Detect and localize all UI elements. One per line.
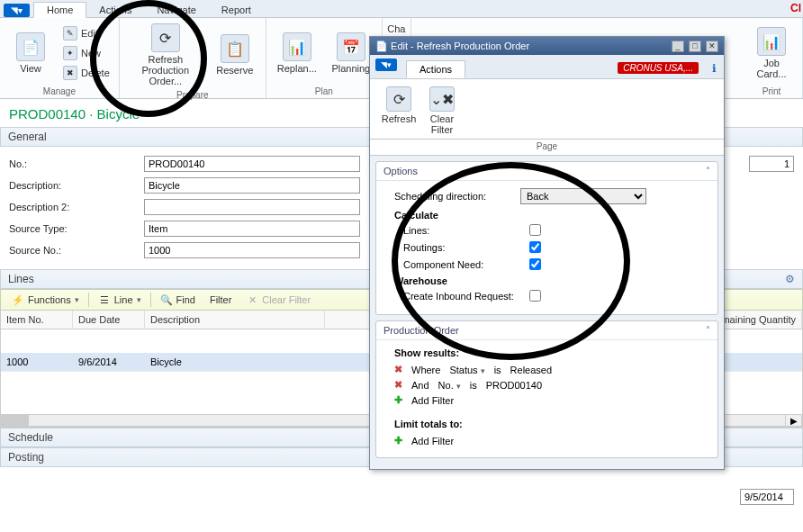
stype-label: Source Type: <box>9 223 144 234</box>
edit-icon: ✎ <box>63 26 77 41</box>
refresh-icon: ⟳ <box>151 23 180 52</box>
filter-value-released[interactable]: Released <box>510 365 552 375</box>
functions-menu[interactable]: ⚡Functions ▾ <box>6 292 85 308</box>
right-qty-field[interactable] <box>749 156 794 172</box>
options-header[interactable]: Options˄ <box>376 162 717 181</box>
close-icon[interactable]: Cl <box>790 2 801 14</box>
group-print-label: Print <box>746 85 797 96</box>
filter-field-no[interactable]: No. ▾ <box>438 380 461 391</box>
dialog-page-group-label: Page <box>370 140 724 156</box>
filter-row-and: ✖ And No. ▾ is PROD00140 <box>394 379 699 391</box>
line-icon: ☰ <box>98 293 111 306</box>
scroll-thumb[interactable] <box>2 415 29 426</box>
no-label: No.: <box>9 158 144 169</box>
close-button[interactable]: ✕ <box>706 41 718 52</box>
tab-navigate[interactable]: Navigate <box>144 3 208 17</box>
prod-order-header[interactable]: Production Order˄ <box>376 321 717 340</box>
add-filter-limit-row[interactable]: ✚ Add Filter <box>394 435 699 446</box>
line-menu[interactable]: ☰Line ▾ <box>93 292 147 308</box>
source-no-field[interactable] <box>144 242 360 258</box>
group-print: 📊Job Card... Print <box>741 18 803 98</box>
limit-totals-label: Limit totals to: <box>394 419 699 429</box>
refresh-prod-order-dialog: 📄 Edit - Refresh Production Order _ □ ✕ … <box>369 36 725 470</box>
filter-field-status[interactable]: Status ▾ <box>449 365 484 375</box>
plus-icon: ✚ <box>394 435 402 446</box>
filter-value-prod[interactable]: PROD00140 <box>486 380 542 391</box>
ribbon-tabs: ◥▾ Home Actions Navigate Report <box>0 0 803 18</box>
schedule-date-field[interactable] <box>740 489 794 505</box>
clear-filter-button[interactable]: ✕Clear Filter <box>240 292 316 308</box>
filter-row-where: ✖ Where Status ▾ is Released <box>394 364 699 375</box>
col-description[interactable]: Description <box>145 311 325 329</box>
new-button[interactable]: ✦New <box>59 44 113 62</box>
refresh-prod-order-button[interactable]: ⟳Refresh Production Order... <box>125 22 206 88</box>
funnel-x-icon: ⌄✖ <box>429 86 455 112</box>
warehouse-subhead: Warehouse <box>394 275 699 286</box>
dialog-tab-actions[interactable]: Actions <box>406 60 465 78</box>
replan-icon: 📊 <box>283 32 311 61</box>
maximize-button[interactable]: □ <box>689 41 701 52</box>
minimize-button[interactable]: _ <box>672 41 684 52</box>
dialog-titlebar[interactable]: 📄 Edit - Refresh Production Order _ □ ✕ <box>370 37 724 55</box>
dialog-clearfilter-button[interactable]: ⌄✖Clear Filter <box>420 85 464 137</box>
job-card-button[interactable]: 📊Job Card... <box>746 25 797 81</box>
desc-label: Description: <box>9 180 144 191</box>
dialog-app-icon[interactable]: ◥▾ <box>375 59 397 71</box>
scheddir-label: Scheduling direction: <box>394 191 520 202</box>
show-results-label: Show results: <box>394 347 699 358</box>
desc-field[interactable] <box>144 177 360 194</box>
refresh-icon: ⟳ <box>386 86 411 112</box>
inbound-label: Create Inbound Request: <box>403 291 529 302</box>
group-plan-label: Plan <box>272 85 376 96</box>
remove-filter-icon[interactable]: ✖ <box>394 364 402 375</box>
view-icon: 📄 <box>16 32 45 61</box>
bolt-icon: ⚡ <box>12 293 24 306</box>
dialog-refresh-button[interactable]: ⟳Refresh <box>377 85 420 137</box>
lines-label: Lines: <box>403 225 529 236</box>
source-type-field[interactable] <box>144 221 360 237</box>
tab-actions[interactable]: Actions <box>86 3 144 17</box>
remove-filter-icon[interactable]: ✖ <box>394 379 402 391</box>
tab-report[interactable]: Report <box>209 3 264 17</box>
calculate-subhead: Calculate <box>394 210 699 221</box>
group-prepare: ⟳Refresh Production Order... 📋Reserve Pr… <box>120 18 266 98</box>
reserve-icon: 📋 <box>221 34 249 63</box>
add-filter-row[interactable]: ✚ Add Filter <box>394 394 699 406</box>
desc2-field[interactable] <box>144 199 360 215</box>
replan-button[interactable]: 📊Replan... <box>272 31 322 76</box>
compneed-label: Component Need: <box>403 259 529 270</box>
routings-checkbox[interactable] <box>529 241 541 253</box>
col-due-date[interactable]: Due Date <box>73 311 145 329</box>
no-field[interactable] <box>144 156 360 172</box>
find-button[interactable]: 🔍Find <box>155 292 201 308</box>
jobcard-icon: 📊 <box>757 27 786 56</box>
routings-label: Routings: <box>403 242 529 253</box>
filter-button[interactable]: Filter <box>204 293 237 307</box>
help-icon[interactable]: ℹ <box>712 62 717 75</box>
compneed-checkbox[interactable] <box>529 258 541 270</box>
sno-label: Source No.: <box>9 245 144 256</box>
company-badge: CRONUS USA,... <box>618 62 699 74</box>
plus-icon: ✚ <box>394 394 402 406</box>
inbound-checkbox[interactable] <box>529 290 541 302</box>
prod-order-section: Production Order˄ Show results: ✖ Where … <box>375 320 718 458</box>
view-button[interactable]: 📄View <box>5 31 56 76</box>
chevron-up-icon: ˄ <box>706 325 710 336</box>
new-icon: ✦ <box>63 46 77 60</box>
chevron-up-icon: ˄ <box>706 166 710 176</box>
planning-icon: 📅 <box>337 32 365 61</box>
gear-icon[interactable]: ⚙ <box>785 273 795 285</box>
options-section: Options˄ Scheduling direction: Back Calc… <box>375 161 718 315</box>
scroll-right-arrow[interactable]: ▶ <box>785 415 801 426</box>
scheddir-select[interactable]: Back <box>520 188 646 204</box>
tab-home[interactable]: Home <box>33 2 86 18</box>
app-menu-button[interactable]: ◥▾ <box>4 4 30 17</box>
col-item-no[interactable]: Item No. <box>1 311 73 329</box>
reserve-button[interactable]: 📋Reserve <box>210 32 260 77</box>
group-prepare-label: Prepare <box>125 88 260 100</box>
group-manage: 📄View ✎Edit ✦New ✖Delete Manage <box>0 18 120 98</box>
lines-checkbox[interactable] <box>529 224 541 236</box>
delete-button[interactable]: ✖Delete <box>59 64 113 82</box>
group-plan: 📊Replan... 📅Planning Plan <box>266 18 383 98</box>
edit-button[interactable]: ✎Edit <box>59 24 113 42</box>
